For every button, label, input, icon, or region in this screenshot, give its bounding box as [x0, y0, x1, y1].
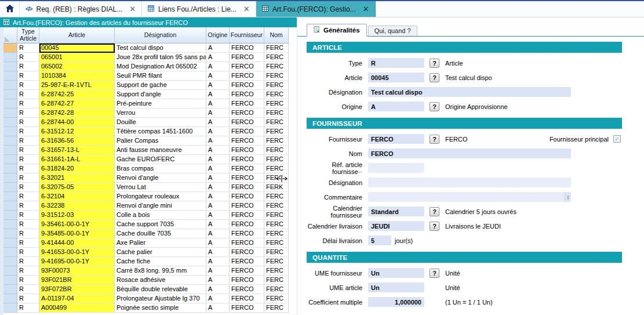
cell-origine[interactable]: A [206, 108, 230, 118]
field-input[interactable]: R [368, 58, 424, 68]
cell-designation[interactable]: Anti fausse manoeuvre [115, 146, 206, 155]
cell-type[interactable]: R [17, 146, 39, 155]
cell-type[interactable]: R [17, 155, 39, 164]
cell-article[interactable]: 065001 [39, 53, 115, 62]
cell-fournisseur[interactable]: FERCO [230, 211, 264, 220]
cell-nom[interactable]: FERC [264, 276, 289, 285]
cell-nom[interactable]: FERC [264, 155, 289, 164]
cell-nom[interactable]: FERC [264, 238, 289, 248]
checkbox[interactable]: ✓ [613, 135, 621, 143]
cell-article[interactable]: 9-35461-00-0-1Y [39, 220, 115, 229]
cell-fournisseur[interactable]: FERCO [230, 183, 264, 192]
cell-fournisseur[interactable]: FERCO [230, 192, 264, 201]
col-header-article[interactable]: Article [39, 27, 115, 44]
cell-type[interactable]: R [17, 118, 39, 127]
lookup-button[interactable]: ? [430, 222, 439, 231]
row-selector[interactable] [3, 136, 17, 146]
row-selector[interactable] [3, 108, 17, 118]
cell-article[interactable]: 25-987-E-R-1VTL [39, 81, 115, 90]
row-selector[interactable] [3, 71, 17, 81]
row-selector[interactable] [3, 90, 17, 99]
cell-fournisseur[interactable]: FERCO [230, 173, 264, 183]
cell-nom[interactable]: FERC [264, 99, 289, 108]
cell-type[interactable]: R [17, 71, 39, 81]
cell-fournisseur[interactable]: FERCO [230, 90, 264, 99]
cell-article[interactable]: 9-41653-00-0-1Y [39, 248, 115, 257]
cell-designation[interactable]: Rosace adhésive [115, 276, 206, 285]
cell-nom[interactable]: FERC [264, 136, 289, 146]
cell-nom[interactable]: FERC [264, 266, 289, 276]
cell-designation[interactable]: Douille [115, 118, 206, 127]
cell-origine[interactable]: A [206, 90, 230, 99]
lookup-button[interactable]: ? [430, 59, 439, 68]
cell-article[interactable]: 9-41695-00-0-1Y [39, 257, 115, 266]
cell-article[interactable]: 6-28742-27 [39, 99, 115, 108]
cell-type[interactable]: R [17, 53, 39, 62]
row-selector[interactable] [3, 192, 17, 201]
cell-nom[interactable]: FERC [264, 294, 289, 303]
cell-type[interactable]: R [17, 62, 39, 71]
cell-article[interactable]: 93F021BR [39, 276, 115, 285]
col-header-origine[interactable]: Origine [206, 27, 230, 44]
cell-article[interactable]: 93F00073 [39, 266, 115, 276]
tab-qui-quand[interactable]: Qui, quand ? [368, 26, 417, 36]
cell-origine[interactable]: A [206, 99, 230, 108]
cell-article[interactable]: A000499 [39, 303, 115, 313]
cell-designation[interactable]: Mod Designation Art 065002 [115, 62, 206, 71]
cell-article[interactable]: 6-31512-12 [39, 127, 115, 136]
cell-nom[interactable]: FERC [264, 53, 289, 62]
col-header-type-article[interactable]: Type Article [17, 27, 39, 44]
cell-type[interactable]: R [17, 127, 39, 136]
cell-fournisseur[interactable]: FERCO [230, 276, 264, 285]
row-selector[interactable] [3, 238, 17, 248]
cell-article[interactable]: 6-28742-28 [39, 108, 115, 118]
field-input[interactable]: Un [368, 268, 424, 278]
cell-origine[interactable]: A [206, 71, 230, 81]
cell-article[interactable]: 6-31824-20 [39, 164, 115, 173]
cell-origine[interactable]: A [206, 220, 230, 229]
row-selector[interactable] [3, 276, 17, 285]
cell-article[interactable]: 00045 [39, 44, 115, 53]
cell-origine[interactable]: A [206, 155, 230, 164]
row-selector[interactable] [3, 229, 17, 238]
lookup-button[interactable]: ? [430, 269, 439, 278]
cell-type[interactable]: R [17, 248, 39, 257]
cell-fournisseur[interactable]: FERCO [230, 266, 264, 276]
lookup-button[interactable]: ? [430, 207, 439, 216]
cell-nom[interactable]: FERC [264, 118, 289, 127]
cell-designation[interactable]: Béquille double relevable [115, 285, 206, 294]
col-header-nom[interactable]: Nom [264, 27, 289, 44]
cell-nom[interactable]: FERC [264, 146, 289, 155]
cell-origine[interactable]: A [206, 257, 230, 266]
cell-fournisseur[interactable]: FERCO [230, 118, 264, 127]
close-tab-icon[interactable]: ✕ [129, 5, 136, 13]
cell-designation[interactable]: Renvoi d'angle mini [115, 201, 206, 211]
cell-designation[interactable]: Support de gache [115, 81, 206, 90]
cell-designation[interactable]: Seuil PMR filant [115, 71, 206, 81]
cell-nom[interactable]: FERC [264, 90, 289, 99]
lookup-button[interactable]: ? [430, 135, 439, 144]
cell-designation[interactable]: Cache palier [115, 248, 206, 257]
cell-type[interactable]: R [17, 257, 39, 266]
cell-designation[interactable]: Têtière compas 1451-1600 [115, 127, 206, 136]
cell-type[interactable]: R [17, 211, 39, 220]
cell-nom[interactable]: FERC [264, 220, 289, 229]
row-selector[interactable] [3, 146, 17, 155]
row-selector[interactable] [3, 266, 17, 276]
cell-origine[interactable]: A [206, 266, 230, 276]
cell-origine[interactable]: A [206, 173, 230, 183]
cell-fournisseur[interactable]: FERCO [230, 201, 264, 211]
row-selector[interactable] [3, 257, 17, 266]
cell-nom[interactable]: FERC [264, 127, 289, 136]
cell-article[interactable]: 6-32075-05 [39, 183, 115, 192]
cell-designation[interactable]: Cache douille 7035 [115, 229, 206, 238]
cell-origine[interactable]: A [206, 53, 230, 62]
cell-designation[interactable]: Poignée sectio simple [115, 303, 206, 313]
cell-origine[interactable]: A [206, 146, 230, 155]
cell-fournisseur[interactable]: FERCO [230, 220, 264, 229]
row-selector[interactable] [3, 81, 17, 90]
cell-article[interactable]: 1010384 [39, 71, 115, 81]
cell-nom[interactable]: FERC [264, 81, 289, 90]
cell-nom[interactable]: FERC [264, 211, 289, 220]
tab-req-reb[interactable]: </> Req. (REB) : Règles DIAL... ✕ [20, 1, 142, 17]
